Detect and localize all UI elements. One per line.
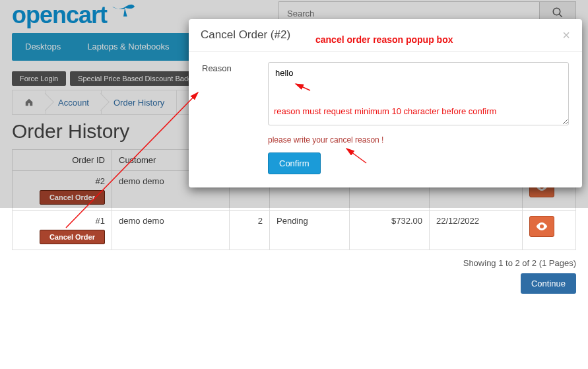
order-id: #1 [96, 216, 105, 226]
order-date: 22/12/2022 [430, 211, 523, 250]
confirm-button[interactable]: Confirm [268, 152, 321, 174]
continue-button[interactable]: Continue [521, 273, 576, 294]
table-row: #1 Cancel Order demo demo 2 Pending $732… [13, 211, 576, 250]
order-qty: 2 [230, 211, 270, 250]
order-customer: demo demo [112, 211, 230, 250]
reason-label: Reason [202, 62, 268, 174]
close-icon[interactable]: × [562, 28, 570, 42]
annotation-text: reason must request minimum 10 character… [274, 106, 564, 116]
cancel-order-button[interactable]: Cancel Order [40, 230, 105, 244]
validation-error: please write your cancel reason ! [268, 135, 569, 145]
order-total: $732.00 [350, 211, 430, 250]
annotation-text: cancel order reason popup box [315, 34, 453, 45]
modal-title: Cancel Order (#2) [201, 28, 290, 42]
order-status: Pending [270, 211, 350, 250]
pagination-text: Showing 1 to 2 of 2 (1 Pages) [12, 258, 576, 268]
view-order-button[interactable] [529, 216, 554, 237]
